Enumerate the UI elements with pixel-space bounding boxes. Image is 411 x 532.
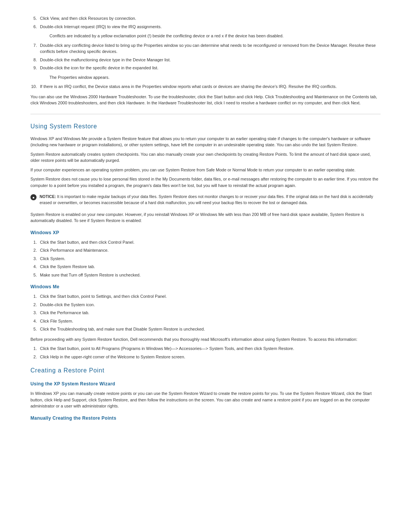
using-xp-wizard-para: In Windows XP you can manually create re…: [30, 390, 381, 409]
list-item: Click File System.: [38, 318, 381, 324]
indent-note-text: Conflicts are indicated by a yellow excl…: [49, 34, 284, 38]
list-item: Click View, and then click Resources by …: [38, 15, 381, 22]
indent-note-1: Conflicts are indicated by a yellow excl…: [49, 33, 381, 39]
top-numbered-list-3: If there is an IRQ conflict, the Device …: [38, 83, 381, 90]
list-item: Click Performance and Maintenance.: [38, 247, 381, 254]
list-item-text: Make sure that Turn off System Restore i…: [40, 273, 141, 277]
list-item: Click the Start button, point to Setting…: [38, 293, 381, 300]
list-item: Click the Start button, and then click C…: [38, 239, 381, 246]
access-list: Click the Start button, point to All Pro…: [38, 345, 381, 360]
list-item-text: Click the Start button, point to All Pro…: [40, 346, 294, 351]
indent-note-2: The Properties window appears.: [49, 74, 381, 81]
list-item-text: Double-click the System icon.: [40, 302, 95, 307]
list-item-text: Click the Troubleshooting tab, and make …: [40, 327, 205, 331]
list-item-text: Click Help in the upper-right corner of …: [40, 355, 185, 359]
notice-body: It is important to make regular backups …: [40, 194, 373, 205]
system-restore-para-5: System Restore is enabled on your new co…: [30, 211, 381, 224]
system-restore-para-3: If your computer experiences an operatin…: [30, 167, 381, 173]
list-item-text: Double-click Interrupt request (IRQ) to …: [40, 24, 162, 29]
list-item-text: Click System.: [40, 256, 65, 261]
hardware-troubleshooter-para: You can also use the Windows 2000 Hardwa…: [30, 94, 381, 106]
manually-creating-subtitle: Manually Creating the Restore Points: [30, 415, 381, 422]
list-item-text: Click View, and then click Resources by …: [40, 16, 136, 21]
notice-label: NOTICE:: [40, 194, 56, 199]
notice-text: NOTICE: It is important to make regular …: [40, 194, 381, 206]
windows-me-subtitle: Windows Me: [30, 283, 381, 290]
list-item-text: Click the Start button, point to Setting…: [40, 294, 167, 299]
list-item: Double-click the System icon.: [38, 302, 381, 308]
list-item-text: Click Performance and Maintenance.: [40, 248, 108, 252]
list-item-text: Click the System Restore tab.: [40, 264, 95, 269]
manually-creating-subsection: Manually Creating the Restore Points: [30, 415, 381, 422]
list-item: Click System.: [38, 256, 381, 262]
list-item: Make sure that Turn off System Restore i…: [38, 272, 381, 278]
using-xp-wizard-subsection: Using the XP System Restore Wizard In Wi…: [30, 380, 381, 409]
system-restore-para-2: System Restore automatically creates sys…: [30, 151, 381, 164]
creating-restore-point-section: Creating a Restore Point Using the XP Sy…: [30, 366, 381, 422]
system-restore-para-4: System Restore does not cause you to los…: [30, 176, 381, 189]
system-restore-para-1: Windows XP and Windows Me provide a Syst…: [30, 136, 381, 148]
windows-xp-subsection: Windows XP Click the Start button, and t…: [30, 229, 381, 278]
list-item-text: Double-click any conflicting device list…: [40, 43, 376, 54]
list-item-text: Click the Performance tab.: [40, 310, 89, 315]
page-content: Click View, and then click Resources by …: [30, 15, 381, 422]
list-item: Click the System Restore tab.: [38, 264, 381, 270]
list-item: Click the Performance tab.: [38, 310, 381, 316]
using-xp-wizard-subtitle: Using the XP System Restore Wizard: [30, 380, 381, 387]
list-item-text: Double-click the icon for the specific d…: [40, 66, 158, 70]
list-item: Double-click Interrupt request (IRQ) to …: [38, 24, 381, 30]
list-item-text: If there is an IRQ conflict, the Device …: [40, 84, 337, 89]
list-item: Double-click the icon for the specific d…: [38, 65, 381, 71]
list-item-text: Click the Start button, and then click C…: [40, 240, 134, 244]
top-numbered-list-2: Double-click any conflicting device list…: [38, 42, 381, 71]
using-system-restore-section: Using System Restore Windows XP and Wind…: [30, 122, 381, 360]
list-item-text: Double-click the malfunctioning device t…: [40, 58, 171, 62]
list-item: Click the Start button, point to All Pro…: [38, 345, 381, 352]
list-item: Double-click the malfunctioning device t…: [38, 57, 381, 63]
windows-xp-list: Click the Start button, and then click C…: [38, 239, 381, 278]
list-item: Double-click any conflicting device list…: [38, 42, 381, 55]
list-item: Click the Troubleshooting tab, and make …: [38, 326, 381, 332]
windows-me-subsection: Windows Me Click the Start button, point…: [30, 283, 381, 332]
section-title-creating-restore-point: Creating a Restore Point: [30, 366, 381, 375]
section-divider-1: [30, 114, 381, 114]
notice-icon: ●: [30, 194, 37, 200]
notice-box: ● NOTICE: It is important to make regula…: [30, 192, 381, 208]
windows-me-list: Click the Start button, point to Setting…: [38, 293, 381, 332]
section-title-using-system-restore: Using System Restore: [30, 122, 381, 131]
indent-note-text: The Properties window appears.: [49, 75, 110, 80]
list-item-text: Click File System.: [40, 319, 73, 323]
windows-xp-subtitle: Windows XP: [30, 229, 381, 236]
list-item: If there is an IRQ conflict, the Device …: [38, 83, 381, 90]
list-item: Click Help in the upper-right corner of …: [38, 354, 381, 360]
top-numbered-list: Click View, and then click Resources by …: [38, 15, 381, 30]
system-restore-para-6: Before proceeding with any System Restor…: [30, 336, 381, 343]
